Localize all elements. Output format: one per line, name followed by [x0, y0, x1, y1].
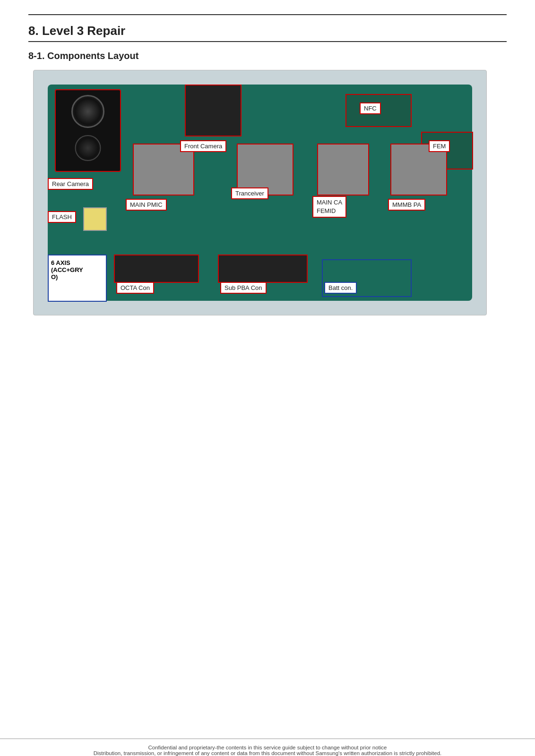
flash-label: FLASH [48, 211, 76, 223]
main-pmic-label: MAIN PMIC [126, 199, 167, 211]
axis-label-line3: O) [51, 273, 104, 280]
footer-line2: Distribution, transmission, or infringem… [28, 750, 507, 756]
main-ca-femid-label: MAIN CA FEMID [312, 196, 346, 218]
rear-camera-module [55, 89, 121, 172]
footer-line1: Confidential and proprietary-the content… [28, 745, 507, 750]
rear-camera-label: Rear Camera [48, 178, 93, 190]
footer: Confidential and proprietary-the content… [0, 739, 535, 756]
front-camera-label: Front Camera [180, 140, 226, 152]
subsection-title: 8-1. Components Layout [28, 51, 507, 61]
page-container: 8. Level 3 Repair 8-1. Components Layout [0, 14, 535, 756]
front-camera-box [185, 85, 242, 136]
top-divider [28, 14, 507, 15]
camera-lens-2 [75, 135, 101, 161]
octa-con-label: OCTA Con [116, 282, 154, 294]
board-diagram: 6 AXIS (ACC+GRY O) Rear Camera Front Cam… [33, 70, 487, 315]
axis-label-line1: 6 AXIS [51, 259, 104, 266]
mmmb-pa-label: MMMB PA [388, 199, 425, 211]
sub-pba-con-box [218, 255, 308, 283]
camera-lens-1 [71, 95, 104, 128]
axis-label-line2: (ACC+GRY [51, 266, 104, 273]
flash-module [83, 207, 107, 231]
nfc-label: NFC [360, 102, 381, 114]
main-ca-femid-box [317, 144, 369, 195]
section-title: 8. Level 3 Repair [28, 24, 507, 38]
section-divider [28, 41, 507, 42]
axis-box: 6 AXIS (ACC+GRY O) [48, 255, 107, 302]
sub-pba-con-label: Sub PBA Con [220, 282, 267, 294]
batt-con-label: Batt con. [324, 282, 357, 294]
tranceiver-label: Tranceiver [231, 187, 268, 199]
octa-con-box [114, 255, 199, 283]
fem-label: FEM [429, 140, 450, 152]
